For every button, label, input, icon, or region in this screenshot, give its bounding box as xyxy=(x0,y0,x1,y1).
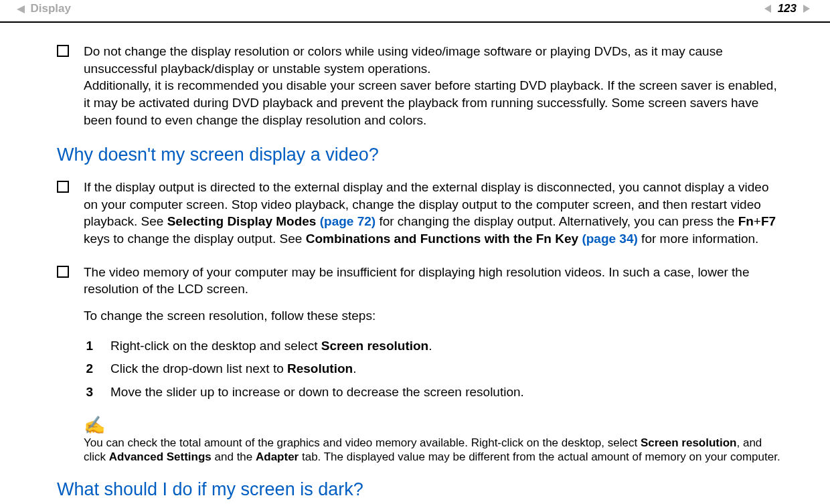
text: for more information. xyxy=(638,232,759,246)
text: Right-click on the desktop and select xyxy=(110,339,321,353)
bullet-item: The video memory of your computer may be… xyxy=(57,264,783,465)
bold-text: Fn xyxy=(738,214,754,228)
back-triangle-icon xyxy=(17,5,25,13)
page-link[interactable]: (page 72) xyxy=(320,214,376,228)
bullet-item: If the display output is directed to the… xyxy=(57,179,783,248)
step-number: 2 xyxy=(84,360,93,377)
bullet-block: The video memory of your computer may be… xyxy=(84,264,783,465)
steps-intro: To change the screen resolution, follow … xyxy=(84,307,783,325)
step-number: 1 xyxy=(84,337,93,355)
text: . xyxy=(428,339,432,353)
bold-text: Advanced Settings xyxy=(109,450,212,463)
step-item: 1 Right-click on the desktop and select … xyxy=(84,337,783,355)
header-left: Display xyxy=(17,2,71,15)
bullet-icon xyxy=(57,266,69,278)
bullet-text: Do not change the display resolution or … xyxy=(84,43,783,129)
text: and the xyxy=(212,450,256,463)
text: Click the drop-down list next to xyxy=(110,361,287,375)
text: tab. The displayed value may be differen… xyxy=(299,450,780,463)
text: . xyxy=(353,361,356,375)
bold-text: Resolution xyxy=(287,361,353,375)
question-heading-dark: What should I do if my screen is dark? xyxy=(57,479,783,500)
bold-text: F7 xyxy=(761,214,776,228)
page-number: 123 xyxy=(775,2,799,15)
text: for changing the display output. Alterna… xyxy=(376,214,738,228)
bold-text: Selecting Display Modes xyxy=(167,214,320,228)
pencil-note-icon: ✍ xyxy=(84,414,783,437)
bullet-icon xyxy=(57,181,69,193)
step-item: 3 Move the slider up to increase or down… xyxy=(84,384,783,401)
section-title: Display xyxy=(30,2,70,15)
page-link[interactable]: (page 34) xyxy=(582,232,637,246)
bold-text: Screen resolution xyxy=(321,339,429,353)
page-back-icon[interactable] xyxy=(764,5,771,13)
question-heading-video: Why doesn't my screen display a video? xyxy=(57,145,783,165)
bullet-text: The video memory of your computer may be… xyxy=(84,264,783,298)
bullet-icon xyxy=(57,45,69,57)
page-forward-icon[interactable] xyxy=(803,5,810,13)
note-text: You can check the total amount of the gr… xyxy=(84,436,783,465)
bold-text: Combinations and Functions with the Fn K… xyxy=(306,232,582,246)
step-text: Right-click on the desktop and select Sc… xyxy=(110,337,432,355)
bold-text: Screen resolution xyxy=(641,436,737,449)
step-text: Move the slider up to increase or down t… xyxy=(110,384,524,401)
bullet-item: Do not change the display resolution or … xyxy=(57,43,783,129)
bullet-text: If the display output is directed to the… xyxy=(84,179,783,248)
bold-text: Adapter xyxy=(256,450,299,463)
step-item: 2 Click the drop-down list next to Resol… xyxy=(84,360,783,377)
text: keys to change the display output. See xyxy=(84,232,306,246)
text: You can check the total amount of the gr… xyxy=(84,436,641,449)
step-text: Click the drop-down list next to Resolut… xyxy=(110,360,356,377)
step-number: 3 xyxy=(84,384,93,401)
text: + xyxy=(754,214,761,228)
pager: 123 xyxy=(764,2,810,15)
